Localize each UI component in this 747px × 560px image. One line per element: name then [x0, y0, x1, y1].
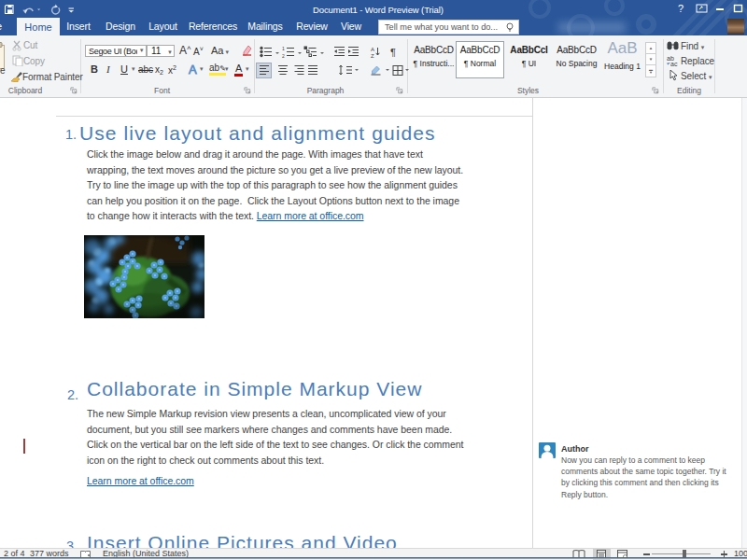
svg-text:ac: ac — [670, 61, 678, 66]
svg-text:1: 1 — [282, 46, 285, 51]
svg-text:Z: Z — [371, 53, 374, 59]
svg-text:2: 2 — [282, 53, 285, 59]
svg-text:A: A — [371, 47, 374, 52]
svg-text:¶: ¶ — [390, 47, 396, 58]
svg-text:?: ? — [678, 3, 684, 14]
